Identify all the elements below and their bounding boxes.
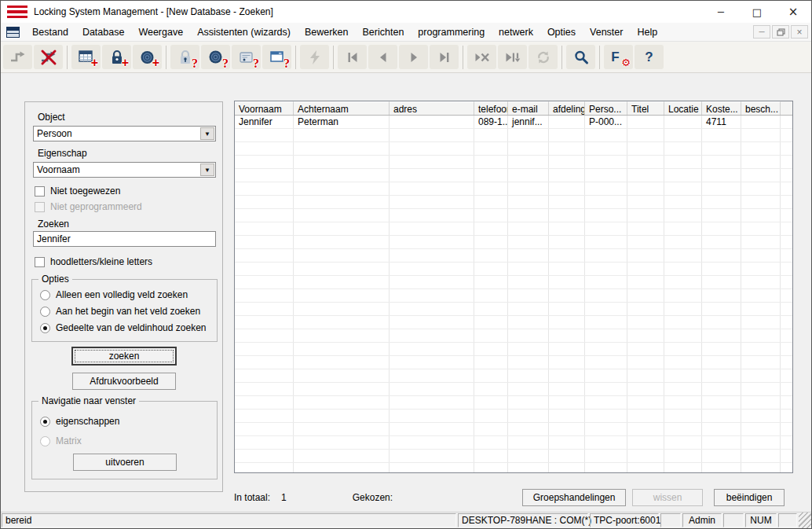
previous-record-button[interactable] [368, 45, 397, 69]
previous-record-icon [376, 51, 390, 64]
col-achternaam[interactable]: Achternaam [294, 101, 390, 115]
read-transponder-button[interactable]: ? [201, 45, 230, 69]
menu-assistenten[interactable]: Assistenten (wizards) [190, 24, 298, 40]
new-transponder-button[interactable]: + [133, 45, 162, 69]
maximize-button[interactable]: □ [739, 1, 775, 23]
table-header: Voornaam Achternaam adres telefoon e-mai… [235, 101, 792, 116]
log-out-button[interactable] [34, 45, 63, 69]
resize-grip[interactable] [799, 512, 811, 528]
restore-icon [777, 28, 785, 36]
menu-venster[interactable]: Venster [583, 24, 630, 40]
status-port: TPC-poort:6001 [590, 513, 659, 527]
option-full-field-radio[interactable] [40, 290, 50, 300]
status-host: DESKTOP-789HANE : COM(*) [458, 513, 588, 527]
col-voornaam[interactable]: Voornaam [235, 101, 294, 115]
title-bar: Locking System Management - [New Databas… [1, 1, 811, 23]
menu-weergave[interactable]: Weergave [131, 24, 190, 40]
col-titel[interactable]: Titel [627, 101, 664, 115]
property-combobox[interactable]: Voornaam ▼ [33, 162, 216, 178]
menu-database[interactable]: Database [75, 24, 132, 40]
execute-button[interactable]: uitvoeren [73, 454, 177, 471]
mdi-restore-button[interactable] [772, 25, 789, 39]
option-begin-field-radio[interactable] [40, 307, 50, 317]
read-lock-button[interactable]: ? [170, 45, 199, 69]
remove-record-button[interactable] [467, 45, 496, 69]
chevron-down-icon[interactable]: ▼ [200, 163, 214, 176]
col-locatie[interactable]: Locatie [664, 101, 702, 115]
menu-netwerk[interactable]: netwerk [492, 24, 540, 40]
cell-email: jennif... [508, 116, 549, 129]
minimize-button[interactable]: ─ [703, 1, 739, 23]
search-label: Zoeken [38, 219, 69, 230]
search-input[interactable] [33, 231, 216, 247]
col-kosten[interactable]: Koste... [702, 101, 741, 115]
menu-berichten[interactable]: Berichten [356, 24, 411, 40]
help-icon: ? [645, 50, 653, 65]
group-actions-button[interactable]: Groepshandelingen [522, 489, 626, 506]
next-record-button[interactable] [399, 45, 428, 69]
read-lock-b-button[interactable]: ? [232, 45, 261, 69]
filter-button[interactable]: F ⚙ [604, 45, 633, 69]
case-checkbox[interactable] [35, 257, 45, 267]
log-in-button [3, 45, 32, 69]
cell-voornaam: Jennifer [235, 116, 294, 129]
search-submit-button[interactable]: zoeken [72, 347, 176, 365]
plus-badge-icon: + [122, 57, 129, 69]
object-combobox[interactable]: Persoon ▼ [33, 126, 216, 141]
nav-properties-row: eigenschappen [40, 416, 119, 427]
not-programmed-checkbox [35, 202, 45, 212]
mdi-close-button[interactable]: × [791, 25, 808, 39]
menu-programmering[interactable]: programmering [411, 24, 492, 40]
chevron-down-icon[interactable]: ▼ [200, 127, 214, 140]
col-beschrijving[interactable]: besch... [741, 101, 781, 115]
status-user: Admin [682, 513, 722, 527]
col-afdeling[interactable]: afdeling [549, 101, 585, 115]
read-window-button[interactable]: ? [262, 45, 291, 69]
close-button[interactable]: × [775, 1, 811, 23]
menu-opties[interactable]: Opties [540, 24, 583, 40]
options-groupbox: Opties Alleen een volledig veld zoeken A… [31, 279, 218, 342]
results-listview[interactable]: Voornaam Achternaam adres telefoon e-mai… [234, 101, 793, 473]
print-preview-button[interactable]: Afdrukvoorbeeld [72, 373, 176, 390]
navigation-group-title: Navigatie naar venster [38, 395, 139, 406]
last-record-button[interactable] [430, 45, 459, 69]
program-lightning-icon [307, 50, 323, 65]
menu-bewerken[interactable]: Bewerken [298, 24, 356, 40]
log-out-icon [40, 49, 57, 66]
total-label: In totaal: [234, 492, 270, 503]
cell-titel [627, 116, 664, 129]
nav-properties-radio[interactable] [40, 417, 50, 427]
col-personeel[interactable]: Perso... [585, 101, 627, 115]
new-lock-button[interactable]: + [102, 45, 131, 69]
menu-bestand[interactable]: Bestand [25, 24, 75, 40]
col-adres[interactable]: adres [390, 101, 474, 115]
mdi-client-area: Object Persoon ▼ Eigenschap Voornaam ▼ N… [1, 73, 811, 513]
total-value: 1 [281, 492, 287, 503]
plus-badge-icon: + [91, 57, 98, 69]
mdi-minimize-button[interactable]: ─ [753, 25, 770, 39]
new-locking-system-button[interactable]: + [71, 45, 101, 69]
help-button[interactable]: ? [635, 45, 664, 69]
not-programmed-label: Niet geprogrammeerd [50, 201, 142, 212]
cell-kosten: 4711 [702, 116, 741, 129]
nav-matrix-row: Matrix [40, 435, 82, 446]
option-part-field-label: Gedeelte van de veldinhoud zoeken [56, 322, 206, 333]
end-button[interactable]: beëindigen [714, 489, 785, 506]
cell-beschrijving [741, 116, 781, 129]
not-assigned-checkbox-row: Niet toegewezen [35, 186, 120, 197]
option-begin-field-row: Aan het begin van het veld zoeken [40, 306, 200, 317]
mdi-system-icon[interactable] [6, 27, 20, 38]
col-telefoon[interactable]: telefoon [474, 101, 508, 115]
apply-record-button[interactable] [498, 45, 527, 69]
next-record-icon [407, 51, 421, 64]
not-assigned-checkbox[interactable] [35, 186, 45, 197]
object-label: Object [38, 112, 65, 123]
menu-help[interactable]: Help [630, 24, 664, 40]
first-record-button[interactable] [338, 45, 367, 69]
results-footer: In totaal: 1 Gekozen: Groepshandelingen … [234, 487, 785, 508]
option-part-field-radio[interactable] [40, 323, 50, 333]
grid-row-lines [235, 116, 792, 472]
table-row[interactable]: Jennifer Peterman 089-1... jennif... P-0… [235, 116, 792, 129]
col-email[interactable]: e-mail [508, 101, 549, 115]
search-button[interactable] [566, 45, 595, 69]
